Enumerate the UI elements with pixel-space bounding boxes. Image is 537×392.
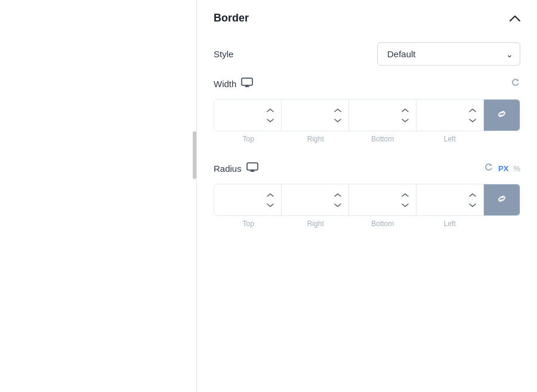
width-monitor-icon	[241, 78, 253, 89]
width-right-down[interactable]	[333, 116, 342, 125]
width-header: Width	[214, 78, 520, 89]
width-bottom-up[interactable]	[400, 106, 410, 115]
width-left-cell	[416, 100, 484, 131]
left-panel	[0, 0, 197, 392]
width-right-cell	[282, 100, 349, 131]
width-top-label: Top	[215, 135, 282, 143]
radius-bottom-cell	[349, 184, 416, 215]
width-top-cell	[214, 100, 282, 131]
radius-unit-px[interactable]: PX	[498, 164, 508, 173]
svg-rect-1	[247, 163, 258, 170]
style-select[interactable]: Default Solid Dashed Dotted Double None	[377, 42, 520, 66]
width-left-up[interactable]	[468, 106, 477, 115]
radius-top-spinner[interactable]	[266, 190, 275, 210]
radius-monitor-icon	[246, 162, 258, 174]
border-section-header: Border	[214, 12, 520, 24]
style-label: Style	[214, 49, 233, 59]
radius-top-label: Top	[215, 220, 282, 228]
radius-right-spinner[interactable]	[333, 190, 342, 210]
radius-left-cell	[416, 184, 484, 215]
radius-link-icon	[495, 192, 508, 208]
width-link-button[interactable]	[484, 100, 520, 131]
width-right-label: Right	[282, 135, 350, 143]
radius-label: Radius	[214, 163, 242, 174]
radius-top-cell	[214, 184, 282, 215]
radius-subsection: Radius PX %	[214, 162, 520, 228]
width-right-up[interactable]	[333, 106, 342, 115]
radius-labels-row: Top Right Bottom Left	[214, 220, 520, 228]
radius-top-down[interactable]	[266, 200, 275, 210]
radius-left-spinner[interactable]	[468, 190, 477, 210]
radius-bottom-spinner[interactable]	[400, 190, 410, 210]
radius-left-label: Left	[416, 220, 484, 228]
width-right-spinner[interactable]	[333, 106, 342, 125]
width-bottom-label: Bottom	[349, 135, 416, 143]
radius-reset-icon[interactable]	[484, 162, 493, 174]
radius-left-up[interactable]	[468, 190, 477, 200]
width-inputs-row	[214, 99, 520, 131]
radius-right-label: Right	[282, 220, 350, 228]
scrollbar-thumb[interactable]	[193, 131, 196, 179]
width-actions	[511, 78, 520, 89]
width-left-label: Left	[416, 135, 484, 143]
width-bottom-spinner[interactable]	[400, 106, 410, 125]
radius-label-spacer	[483, 220, 519, 228]
width-left-spinner[interactable]	[468, 106, 477, 125]
width-top-down[interactable]	[266, 116, 275, 125]
radius-bottom-down[interactable]	[400, 200, 410, 210]
radius-actions: PX %	[484, 162, 520, 174]
width-label-spacer	[483, 135, 519, 143]
width-left-down[interactable]	[468, 116, 477, 125]
border-title: Border	[214, 12, 249, 24]
width-top-up[interactable]	[266, 106, 275, 115]
radius-bottom-up[interactable]	[400, 190, 410, 200]
style-row: Style Default Solid Dashed Dotted Double…	[214, 42, 520, 66]
radius-right-up[interactable]	[333, 190, 342, 200]
width-bottom-down[interactable]	[400, 116, 410, 125]
width-label: Width	[214, 79, 236, 89]
width-top-spinner[interactable]	[266, 106, 275, 125]
width-subsection: Width	[214, 78, 520, 143]
radius-unit-percent[interactable]: %	[513, 164, 520, 173]
radius-left-down[interactable]	[468, 200, 477, 210]
radius-inputs-row	[214, 184, 520, 216]
collapse-icon[interactable]	[510, 13, 520, 24]
style-select-wrapper: Default Solid Dashed Dotted Double None …	[377, 42, 520, 66]
radius-bottom-label: Bottom	[349, 220, 416, 228]
width-labels-row: Top Right Bottom Left	[214, 135, 520, 143]
scrollbar-track	[193, 0, 196, 392]
svg-rect-0	[242, 78, 252, 85]
radius-right-down[interactable]	[333, 200, 342, 210]
width-reset-icon[interactable]	[511, 78, 520, 89]
radius-header: Radius PX %	[214, 162, 520, 174]
width-bottom-cell	[349, 100, 416, 131]
radius-link-button[interactable]	[484, 184, 520, 215]
right-panel: Border Style Default Solid Dashed Dotted…	[197, 0, 537, 392]
width-link-icon	[495, 107, 508, 124]
radius-right-cell	[282, 184, 349, 215]
radius-top-up[interactable]	[266, 190, 275, 200]
